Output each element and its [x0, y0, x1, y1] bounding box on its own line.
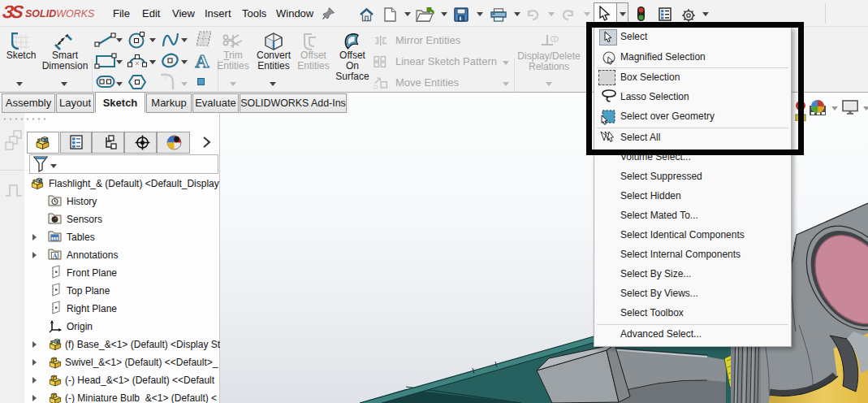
svg-text:A: A [195, 51, 209, 71]
svg-text:A: A [52, 252, 58, 260]
